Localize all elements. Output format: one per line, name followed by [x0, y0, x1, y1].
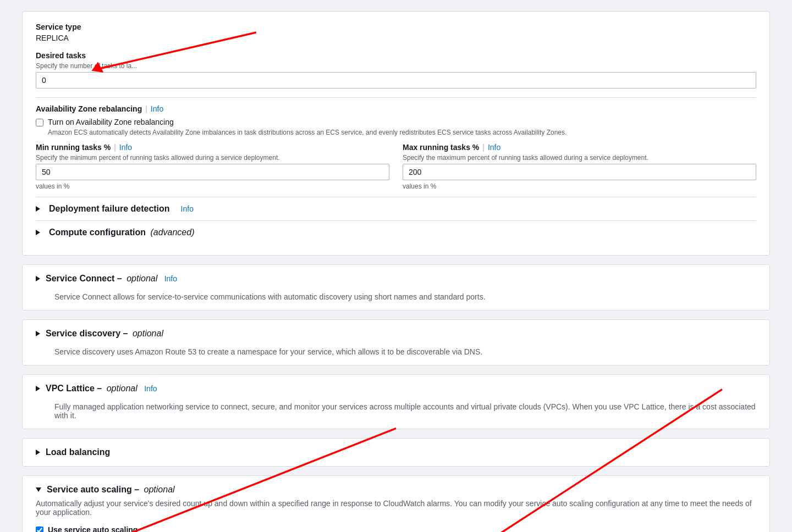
load-balancing-header[interactable]: Load balancing: [23, 439, 769, 466]
compute-config-row: Compute configuration (advanced): [36, 228, 756, 237]
divider-2: [36, 197, 756, 197]
az-description: Amazon ECS automatically detects Availab…: [48, 129, 756, 136]
main-config-card: Service type REPLICA Desired tasks Speci…: [22, 11, 770, 256]
desired-tasks-label: Desired tasks: [36, 51, 756, 60]
az-rebalancing-field: Availability Zone rebalancing | Info Tur…: [36, 104, 756, 136]
desired-tasks-hint: Specify the number of tasks to la...: [36, 62, 756, 70]
deployment-failure-row: Deployment failure detection Info: [36, 204, 756, 214]
auto-scaling-header[interactable]: Service auto scaling – optional: [23, 476, 769, 499]
vpc-lattice-triangle: [36, 386, 40, 391]
min-tasks-hint: Specify the minimum percent of running t…: [36, 154, 389, 162]
deployment-failure-title[interactable]: Deployment failure detection: [49, 204, 170, 214]
auto-scaling-checkbox[interactable]: [36, 527, 43, 532]
az-label: Availability Zone rebalancing: [36, 104, 142, 113]
compute-config-triangle[interactable]: [36, 230, 40, 235]
min-tasks-input[interactable]: [36, 164, 389, 180]
max-tasks-field: Max running tasks % | Info Specify the m…: [403, 143, 756, 190]
az-checkbox-label[interactable]: Turn on Availability Zone rebalancing: [48, 118, 174, 126]
compute-config-title: Compute configuration (advanced): [49, 228, 194, 237]
az-separator: |: [145, 104, 147, 113]
service-connect-header[interactable]: Service Connect – optional Info: [23, 265, 769, 292]
auto-scaling-section: Service auto scaling – optional Automati…: [22, 475, 770, 532]
max-tasks-hint: Specify the maximum percent of running t…: [403, 154, 756, 162]
divider-3: [36, 220, 756, 221]
min-tasks-values-hint: values in %: [36, 182, 389, 190]
service-discovery-title: Service discovery – optional: [46, 329, 163, 339]
max-tasks-input[interactable]: [403, 164, 756, 180]
service-discovery-triangle: [36, 331, 40, 336]
auto-scaling-description: Automatically adjust your service's desi…: [36, 499, 756, 517]
service-discovery-section: Service discovery – optional Service dis…: [22, 319, 770, 365]
vpc-lattice-info-link[interactable]: Info: [144, 384, 157, 393]
service-type-value: REPLICA: [36, 34, 756, 42]
min-max-tasks-row: Min running tasks % | Info Specify the m…: [36, 143, 756, 190]
load-balancing-title: Load balancing: [46, 447, 110, 457]
load-balancing-section: Load balancing: [22, 438, 770, 467]
max-tasks-info-link[interactable]: Info: [488, 143, 501, 152]
desired-tasks-input[interactable]: [36, 72, 756, 88]
vpc-lattice-section: VPC Lattice – optional Info Fully manage…: [22, 374, 770, 429]
service-connect-section: Service Connect – optional Info Service …: [22, 264, 770, 311]
divider-1: [36, 97, 756, 98]
service-connect-triangle: [36, 276, 40, 281]
desired-tasks-field: Desired tasks Specify the number of task…: [36, 51, 756, 88]
service-type-label: Service type: [36, 23, 756, 31]
service-discovery-description: Service discovery uses Amazon Route 53 t…: [54, 347, 756, 356]
load-balancing-triangle: [36, 450, 40, 455]
service-connect-info-link[interactable]: Info: [164, 274, 177, 283]
az-checkbox[interactable]: [36, 119, 43, 126]
auto-scaling-body: Automatically adjust your service's desi…: [23, 499, 769, 532]
deployment-failure-triangle[interactable]: [36, 206, 40, 212]
service-connect-description: Service Connect allows for service-to-se…: [54, 292, 756, 301]
service-discovery-header[interactable]: Service discovery – optional: [23, 320, 769, 347]
service-connect-title: Service Connect – optional Info: [46, 274, 177, 284]
min-tasks-field: Min running tasks % | Info Specify the m…: [36, 143, 389, 190]
auto-scaling-triangle: [36, 487, 41, 492]
auto-scaling-title: Service auto scaling – optional: [47, 485, 175, 495]
min-tasks-label: Min running tasks %: [36, 143, 111, 152]
vpc-lattice-header[interactable]: VPC Lattice – optional Info: [23, 375, 769, 402]
auto-scaling-checkbox-label[interactable]: Use service auto scaling: [48, 525, 138, 532]
max-tasks-values-hint: values in %: [403, 182, 756, 190]
az-info-link[interactable]: Info: [151, 104, 163, 113]
service-type-field: Service type REPLICA: [36, 23, 756, 42]
max-tasks-label: Max running tasks %: [403, 143, 479, 152]
min-tasks-info-link[interactable]: Info: [119, 143, 132, 152]
deployment-failure-info-link[interactable]: Info: [181, 204, 194, 213]
vpc-lattice-title: VPC Lattice – optional Info: [46, 384, 157, 394]
vpc-lattice-description: Fully managed application networking ser…: [54, 402, 756, 420]
